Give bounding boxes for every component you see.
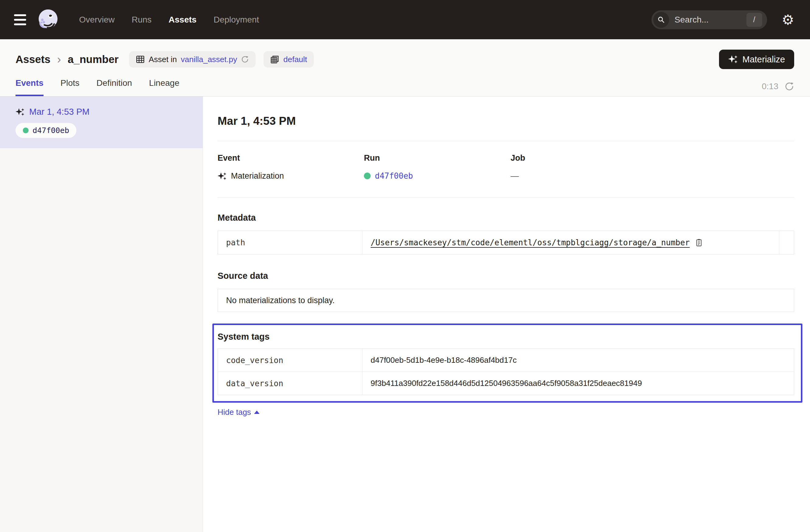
tag-value-code-version: d47f00eb-5d1b-4e9e-b18c-4896af4bd17c xyxy=(362,349,794,372)
metadata-path-link[interactable]: /Users/smackesey/stm/code/elementl/oss/t… xyxy=(371,238,690,247)
table-row: path /Users/smackesey/stm/code/elementl/… xyxy=(218,231,794,254)
reload-icon[interactable] xyxy=(241,55,249,63)
grid-icon xyxy=(136,55,145,64)
run-status-dot xyxy=(364,173,371,179)
event-column: Event Materialization xyxy=(217,154,364,181)
materialization-sparkle-icon xyxy=(217,172,227,181)
table-row: code_version d47f00eb-5d1b-4e9e-b18c-489… xyxy=(218,349,794,372)
page-header: Assets › a_number Asset in vanilla_asset… xyxy=(0,39,810,96)
events-sidebar: Mar 1, 4:53 PM d47f00eb xyxy=(0,96,203,532)
metadata-table: path /Users/smackesey/stm/code/elementl/… xyxy=(217,231,794,255)
settings-gear-icon[interactable]: ⚙ xyxy=(782,13,794,27)
event-timestamp: Mar 1, 4:53 PM xyxy=(29,107,90,117)
tab-plots[interactable]: Plots xyxy=(61,78,79,96)
tag-value-data-version: 9f3b411a390fd22e158d446d5d12504963596aa6… xyxy=(362,372,794,395)
nav-item-assets[interactable]: Assets xyxy=(168,15,197,25)
copy-clipboard-icon[interactable] xyxy=(695,238,703,247)
nav-item-runs[interactable]: Runs xyxy=(132,15,151,25)
refresh-countdown: 0:13 xyxy=(762,82,779,91)
event-list-item[interactable]: Mar 1, 4:53 PM d47f00eb xyxy=(0,96,202,148)
group-badge[interactable]: default xyxy=(263,51,314,68)
nav-item-overview[interactable]: Overview xyxy=(79,15,115,25)
hide-tags-label: Hide tags xyxy=(217,407,251,417)
event-type-value: Materialization xyxy=(231,171,284,181)
run-tag[interactable]: d47f00eb xyxy=(16,123,76,138)
event-detail-panel: Mar 1, 4:53 PM Event Materialization Run xyxy=(203,96,810,532)
system-tags-section-title: System tags xyxy=(217,332,794,342)
dagster-logo[interactable] xyxy=(36,8,60,31)
source-data-section-title: Source data xyxy=(217,271,794,281)
tab-definition[interactable]: Definition xyxy=(96,78,132,96)
tag-key-code-version: code_version xyxy=(218,349,362,372)
materialize-button[interactable]: Materialize xyxy=(719,50,794,69)
menu-icon[interactable] xyxy=(14,14,26,25)
event-column-label: Event xyxy=(217,154,364,163)
tag-key-data-version: data_version xyxy=(218,372,362,395)
source-data-empty-message: No materializations to display. xyxy=(226,296,335,305)
hide-tags-link[interactable]: Hide tags xyxy=(217,407,260,417)
run-column: Run d47f00eb xyxy=(364,154,511,181)
materialization-sparkle-icon xyxy=(16,108,25,116)
collapse-caret-icon xyxy=(254,410,260,414)
nav-item-deployment[interactable]: Deployment xyxy=(214,15,259,25)
tab-events[interactable]: Events xyxy=(16,78,44,96)
metadata-section-title: Metadata xyxy=(217,213,794,223)
materialize-label: Materialize xyxy=(743,54,785,65)
run-status-dot xyxy=(23,128,29,133)
table-row: data_version 9f3b411a390fd22e158d446d5d1… xyxy=(218,372,794,395)
top-nav: Overview Runs Assets Deployment Search..… xyxy=(0,0,810,39)
system-tags-highlight-box: System tags code_version d47f00eb-5d1b-4… xyxy=(212,323,803,403)
tab-lineage[interactable]: Lineage xyxy=(149,78,179,96)
search-input[interactable]: Search... / xyxy=(651,10,767,29)
job-column: Job — xyxy=(511,154,794,181)
event-detail-heading: Mar 1, 4:53 PM xyxy=(217,115,794,128)
asset-badge-prefix: Asset in xyxy=(149,55,177,64)
search-placeholder: Search... xyxy=(675,15,746,25)
group-badge-label[interactable]: default xyxy=(283,55,307,64)
run-tag-id: d47f00eb xyxy=(33,126,69,135)
tab-bar: Events Plots Definition Lineage 0:13 xyxy=(16,78,794,96)
run-id-link[interactable]: d47f00eb xyxy=(375,171,413,180)
breadcrumb-assets[interactable]: Assets xyxy=(16,53,50,65)
primary-nav: Overview Runs Assets Deployment xyxy=(79,15,259,25)
search-shortcut-key: / xyxy=(746,13,762,27)
source-data-empty-state: No materializations to display. xyxy=(217,289,794,312)
asset-file-link[interactable]: vanilla_asset.py xyxy=(181,55,237,64)
asset-definition-badge[interactable]: Asset in vanilla_asset.py xyxy=(129,51,256,68)
refresh-icon[interactable] xyxy=(784,82,794,91)
run-column-label: Run xyxy=(364,154,511,163)
system-tags-table: code_version d47f00eb-5d1b-4e9e-b18c-489… xyxy=(217,349,794,395)
metadata-action-cell xyxy=(779,231,794,254)
search-icon xyxy=(653,12,669,28)
metadata-key: path xyxy=(218,231,362,254)
sparkle-icon xyxy=(728,54,738,64)
asset-group-icon xyxy=(270,55,279,64)
page-title: a_number xyxy=(67,53,118,65)
breadcrumb-chevron-icon: › xyxy=(57,53,61,66)
job-column-label: Job xyxy=(511,154,794,163)
job-empty-value: — xyxy=(511,171,519,181)
